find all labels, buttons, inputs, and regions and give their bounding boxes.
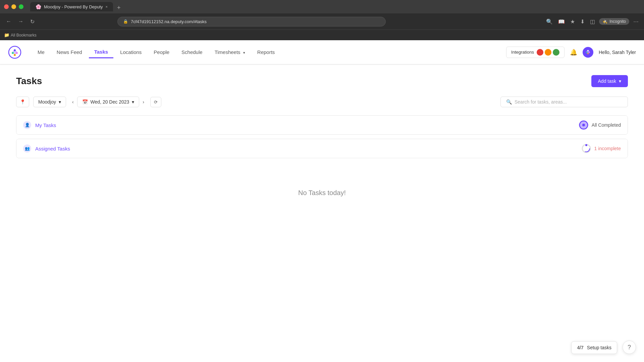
location-select[interactable]: Moodjoy ▾ xyxy=(33,97,66,107)
bookmarks-folder-icon: 📁 xyxy=(4,33,9,38)
search-tasks-input[interactable]: 🔍 Search for tasks, areas... xyxy=(500,97,628,107)
next-date-btn[interactable]: › xyxy=(141,97,146,107)
nav-people[interactable]: People xyxy=(148,47,175,58)
location-name: Moodjoy xyxy=(38,99,56,105)
calendar-icon: 📅 xyxy=(82,99,88,105)
page-header: Tasks Add task ▾ xyxy=(16,75,628,87)
assigned-tasks-status: 1 incomplete xyxy=(582,144,621,153)
window-maximize-btn[interactable] xyxy=(19,4,23,9)
assigned-tasks-section: 👥 Assigned Tasks 1 incomplete xyxy=(16,139,628,158)
current-date: Wed, 20 Dec 2023 xyxy=(91,99,129,105)
lock-icon: 🔒 xyxy=(123,19,128,24)
svg-point-9 xyxy=(587,53,589,54)
incognito-badge: 🕵 Incognito xyxy=(599,18,629,25)
download-icon[interactable]: ⬇ xyxy=(579,17,586,26)
integration-dots xyxy=(537,49,559,56)
tab-favicon: 🌸 xyxy=(36,4,41,9)
window-controls xyxy=(4,4,23,9)
help-btn[interactable]: ? xyxy=(623,341,636,354)
browser-tab-active[interactable]: 🌸 Moodjoy - Powered By Deputy × xyxy=(30,2,113,11)
new-tab-btn[interactable]: + xyxy=(117,4,121,11)
nav-links: Me News Feed Tasks Locations People Sche… xyxy=(32,46,506,58)
refresh-tasks-btn[interactable]: ⟳ xyxy=(150,97,161,107)
nav-schedule[interactable]: Schedule xyxy=(176,47,208,58)
svg-point-3 xyxy=(12,52,14,54)
logo-svg xyxy=(8,46,21,59)
incognito-icon: 🕵 xyxy=(602,19,607,24)
prev-date-btn[interactable]: ‹ xyxy=(70,97,76,107)
integration-dot-green xyxy=(553,49,559,56)
tasks-toolbar: 📍 Moodjoy ▾ ‹ 📅 Wed, 20 Dec 2023 ▾ › ⟳ 🔍… xyxy=(16,97,628,107)
search-icon[interactable]: 🔍 xyxy=(545,17,554,26)
page-title: Tasks xyxy=(16,76,42,86)
window-close-btn[interactable] xyxy=(4,4,9,9)
my-tasks-status-icon xyxy=(579,120,588,130)
app-logo[interactable] xyxy=(8,46,21,59)
main-content: Tasks Add task ▾ 📍 Moodjoy ▾ ‹ 📅 Wed, 20… xyxy=(0,64,644,362)
setup-tasks-count: 4/7 xyxy=(577,345,583,350)
nav-tasks[interactable]: Tasks xyxy=(89,46,113,58)
sidebar-icon[interactable]: ◫ xyxy=(589,17,596,26)
integrations-label: Integrations xyxy=(511,50,534,55)
my-tasks-icon: 👤 xyxy=(23,121,31,129)
toolbar-icons: 🔍 📖 ★ ⬇ ◫ 🕵 Incognito ⋯ xyxy=(545,17,640,26)
bookmarks-label[interactable]: All Bookmarks xyxy=(11,33,37,38)
tab-title: Moodjoy - Powered By Deputy xyxy=(44,4,103,9)
assigned-tasks-header[interactable]: 👥 Assigned Tasks 1 incomplete xyxy=(16,139,628,158)
my-tasks-section: 👤 My Tasks All Completed xyxy=(16,115,628,135)
greeting-text: Hello, Sarah Tyler xyxy=(599,50,636,55)
back-btn[interactable]: ← xyxy=(4,17,13,26)
forward-btn[interactable]: → xyxy=(16,17,25,26)
nav-reports[interactable]: Reports xyxy=(252,47,280,58)
my-tasks-header[interactable]: 👤 My Tasks All Completed xyxy=(16,116,628,134)
tab-close-btn[interactable]: × xyxy=(106,5,108,9)
nav-news-feed[interactable]: News Feed xyxy=(51,47,88,58)
nav-timesheets[interactable]: Timesheets ▾ xyxy=(209,47,251,58)
svg-point-4 xyxy=(14,54,16,56)
my-tasks-status-text: All Completed xyxy=(592,122,621,128)
nav-right: Integrations 🔔 Hello, Sarah Tyl xyxy=(506,47,636,58)
nav-locations[interactable]: Locations xyxy=(115,47,147,58)
task-sections: 👤 My Tasks All Completed xyxy=(16,115,628,158)
svg-point-1 xyxy=(14,49,16,51)
menu-icon[interactable]: ⋯ xyxy=(632,17,640,26)
notifications-btn[interactable]: 🔔 xyxy=(570,49,577,56)
svg-point-2 xyxy=(16,52,18,54)
avatar-icon xyxy=(584,49,592,56)
browser-chrome: 🌸 Moodjoy - Powered By Deputy × + ← → ↻ … xyxy=(0,0,644,40)
window-minimize-btn[interactable] xyxy=(11,4,16,9)
svg-point-8 xyxy=(586,52,587,53)
assigned-tasks-status-text: 1 incomplete xyxy=(594,146,621,151)
search-icon: 🔍 xyxy=(506,99,512,105)
integration-dot-red xyxy=(537,49,543,56)
pin-btn[interactable]: 📍 xyxy=(16,97,29,107)
assigned-tasks-title: Assigned Tasks xyxy=(35,146,582,152)
add-task-button[interactable]: Add task ▾ xyxy=(591,75,628,87)
top-nav: Me News Feed Tasks Locations People Sche… xyxy=(0,40,644,64)
address-bar[interactable]: 🔒 7cf47d19112152.na.deputy.com/#tasks xyxy=(117,17,386,26)
pin-icon: 📍 xyxy=(20,99,25,105)
bookmarks-bar: 📁 All Bookmarks xyxy=(0,29,644,40)
nav-me[interactable]: Me xyxy=(32,47,50,58)
svg-point-11 xyxy=(582,124,585,126)
setup-tasks-badge[interactable]: 4/7 Setup tasks xyxy=(571,341,617,354)
avatar-btn[interactable] xyxy=(583,47,593,58)
location-chevron: ▾ xyxy=(59,99,61,105)
integration-dot-orange xyxy=(545,49,551,56)
add-task-chevron: ▾ xyxy=(619,78,621,84)
search-placeholder: Search for tasks, areas... xyxy=(515,99,567,105)
reading-view-icon[interactable]: 📖 xyxy=(557,17,566,26)
refresh-btn[interactable]: ↻ xyxy=(28,17,37,26)
integrations-btn[interactable]: Integrations xyxy=(506,47,565,58)
empty-state: No Tasks today! xyxy=(16,162,628,224)
svg-point-14 xyxy=(585,144,587,146)
date-display[interactable]: 📅 Wed, 20 Dec 2023 ▾ xyxy=(77,97,140,107)
app: Me News Feed Tasks Locations People Sche… xyxy=(0,40,644,362)
timesheets-chevron: ▾ xyxy=(243,51,245,55)
empty-state-message: No Tasks today! xyxy=(298,189,346,196)
add-task-label: Add task xyxy=(598,78,616,84)
setup-tasks-label: Setup tasks xyxy=(587,345,611,350)
svg-point-7 xyxy=(589,52,590,53)
my-tasks-status: All Completed xyxy=(579,120,621,130)
favorites-icon[interactable]: ★ xyxy=(569,17,576,26)
